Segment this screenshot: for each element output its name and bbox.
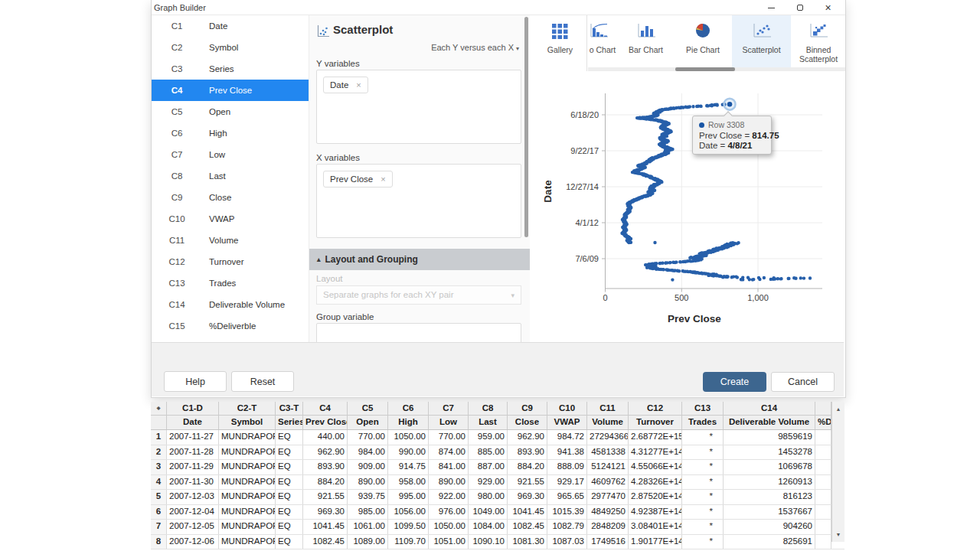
cell-open[interactable]: 985.00 bbox=[348, 505, 388, 520]
cell-deliverable-volume[interactable]: 816123 bbox=[724, 490, 815, 504]
help-button[interactable]: Help bbox=[164, 371, 227, 392]
column-header-C9[interactable]: C9 bbox=[508, 402, 547, 415]
column-header-C14[interactable]: C14 bbox=[724, 402, 815, 415]
column-name-header[interactable]: Low bbox=[429, 416, 469, 429]
minimize-button[interactable] bbox=[757, 0, 786, 15]
cell-symbol[interactable]: MUNDRAPORT bbox=[219, 475, 276, 490]
layout-dropdown[interactable]: Separate graphs for each XY pair ▾ bbox=[316, 285, 521, 305]
cell-low[interactable]: 841.00 bbox=[429, 460, 469, 474]
cell-turnover[interactable]: 1.90177E+14 bbox=[629, 535, 682, 549]
row-number[interactable]: 7 bbox=[151, 520, 167, 534]
cell-low[interactable]: 922.00 bbox=[429, 490, 469, 504]
row-number[interactable]: 6 bbox=[151, 505, 167, 520]
cell-vwap[interactable]: 1082.79 bbox=[547, 520, 587, 534]
cell-last[interactable]: 885.00 bbox=[469, 445, 508, 460]
cell-high[interactable]: 1050.00 bbox=[388, 430, 429, 445]
cell-last[interactable]: 1084.00 bbox=[469, 520, 508, 534]
cell-vwap[interactable]: 965.65 bbox=[547, 490, 587, 504]
scroll-down-icon[interactable]: ▼ bbox=[832, 528, 844, 541]
cell-turnover[interactable]: 4.92387E+14 bbox=[629, 505, 682, 520]
column-header-C12[interactable]: C12 bbox=[629, 402, 682, 415]
cell-symbol[interactable]: MUNDRAPORT bbox=[219, 430, 276, 445]
cell-deliverable-volume[interactable]: 1069678 bbox=[724, 460, 815, 474]
column-item-c10[interactable]: C10VWAP bbox=[152, 208, 309, 230]
column-header-clipped[interactable] bbox=[815, 402, 831, 415]
cell-trades[interactable]: * bbox=[682, 460, 724, 474]
cell-%d[interactable] bbox=[815, 475, 831, 490]
column-name-header[interactable]: Last bbox=[469, 416, 508, 429]
column-header-C7[interactable]: C7 bbox=[429, 402, 469, 415]
cell-low[interactable]: 976.00 bbox=[429, 505, 469, 520]
cell-volume[interactable]: 2977470 bbox=[587, 490, 629, 504]
cell-%d[interactable] bbox=[815, 430, 831, 445]
gallery-tile-pie-chart[interactable]: Pie Chart bbox=[674, 15, 732, 71]
cell-series[interactable]: EQ bbox=[276, 430, 303, 445]
cell-open[interactable]: 890.00 bbox=[348, 475, 388, 490]
gallery-tile-bar-chart[interactable]: Bar Chart bbox=[618, 15, 674, 71]
settings-scrollbar-thumb[interactable] bbox=[524, 17, 528, 237]
cell-prev-close[interactable]: 440.00 bbox=[303, 430, 348, 445]
cell-last[interactable]: 1049.00 bbox=[469, 505, 508, 520]
create-button[interactable]: Create bbox=[703, 372, 766, 392]
cell-volume[interactable]: 5124121 bbox=[587, 460, 629, 474]
cell-low[interactable]: 1050.00 bbox=[429, 520, 469, 534]
row-number[interactable]: 5 bbox=[151, 490, 167, 504]
cell-trades[interactable]: * bbox=[682, 430, 724, 445]
column-item-c6[interactable]: C6High bbox=[152, 122, 309, 144]
cell-high[interactable]: 990.00 bbox=[388, 445, 429, 460]
cell-high[interactable]: 914.75 bbox=[388, 460, 429, 474]
cell-deliverable-volume[interactable]: 904260 bbox=[724, 520, 815, 534]
mode-selector[interactable]: Each Y versus each X▾ bbox=[431, 43, 519, 52]
column-header-C3-T[interactable]: C3-T bbox=[276, 402, 303, 415]
cell-prev-close[interactable]: 969.30 bbox=[303, 505, 348, 520]
cell-trades[interactable]: * bbox=[682, 475, 724, 490]
column-item-c4[interactable]: C4Prev Close bbox=[152, 80, 309, 101]
cell-last[interactable]: 980.00 bbox=[469, 490, 508, 504]
cell-close[interactable]: 921.55 bbox=[508, 475, 547, 490]
column-name-header[interactable]: VWAP bbox=[547, 416, 587, 429]
cell-vwap[interactable]: 941.38 bbox=[547, 445, 587, 460]
cell-low[interactable]: 1051.00 bbox=[429, 535, 469, 549]
cell-%d[interactable] bbox=[815, 445, 831, 460]
column-item-c13[interactable]: C13Trades bbox=[152, 272, 309, 294]
cell-open[interactable]: 770.00 bbox=[348, 430, 388, 445]
cell-last[interactable]: 959.00 bbox=[469, 430, 508, 445]
scatterplot-preview[interactable]: 05001,0006/18/209/22/1712/27/144/1/127/6… bbox=[530, 73, 845, 357]
cell-open[interactable]: 909.00 bbox=[348, 460, 388, 474]
cancel-button[interactable]: Cancel bbox=[771, 372, 835, 392]
cell-turnover[interactable]: 4.31277E+14 bbox=[629, 445, 682, 460]
cell-volume[interactable]: 27294366 bbox=[587, 430, 629, 445]
column-header-C4[interactable]: C4 bbox=[303, 402, 348, 415]
close-button[interactable]: × bbox=[814, 0, 842, 15]
cell-date[interactable]: 2007-12-03 bbox=[167, 490, 219, 504]
row-number[interactable]: 1 bbox=[151, 430, 167, 445]
x-variables-box[interactable]: Prev Close× bbox=[316, 164, 521, 238]
cell-%d[interactable] bbox=[815, 460, 831, 474]
cell-trades[interactable]: * bbox=[682, 445, 724, 460]
cell-close[interactable]: 962.90 bbox=[508, 430, 547, 445]
scroll-up-icon[interactable]: ▲ bbox=[832, 403, 844, 416]
row-number[interactable]: 3 bbox=[151, 460, 167, 474]
column-item-c8[interactable]: C8Last bbox=[152, 165, 309, 187]
chip-remove-icon[interactable]: × bbox=[356, 80, 361, 90]
cell-turnover[interactable]: 2.68772E+15 bbox=[629, 430, 682, 445]
cell-turnover[interactable]: 2.87520E+14 bbox=[629, 490, 682, 504]
cell-close[interactable]: 884.20 bbox=[508, 460, 547, 474]
y-variables-box[interactable]: Date× bbox=[316, 70, 521, 144]
cell-turnover[interactable]: 4.28326E+14 bbox=[629, 475, 682, 490]
cell-prev-close[interactable]: 962.90 bbox=[303, 445, 348, 460]
column-item-c15[interactable]: C15%Deliverble bbox=[152, 315, 309, 337]
settings-scrollbar[interactable] bbox=[524, 17, 528, 356]
cell-close[interactable]: 893.90 bbox=[508, 445, 547, 460]
chip-remove-icon[interactable]: × bbox=[381, 174, 385, 184]
worksheet-corner-icon[interactable]: ◆ bbox=[151, 402, 167, 415]
cell-turnover[interactable]: 3.08401E+14 bbox=[629, 520, 682, 534]
gallery-tile-gallery[interactable]: Gallery bbox=[534, 15, 587, 71]
cell-symbol[interactable]: MUNDRAPORT bbox=[219, 445, 276, 460]
cell-high[interactable]: 1099.50 bbox=[388, 520, 429, 534]
column-name-header[interactable]: Open bbox=[348, 416, 388, 429]
cell-series[interactable]: EQ bbox=[276, 535, 303, 549]
cell-series[interactable]: EQ bbox=[276, 520, 303, 534]
cell-vwap[interactable]: 984.72 bbox=[547, 430, 587, 445]
layout-grouping-section-header[interactable]: ▴ Layout and Grouping bbox=[309, 249, 530, 270]
